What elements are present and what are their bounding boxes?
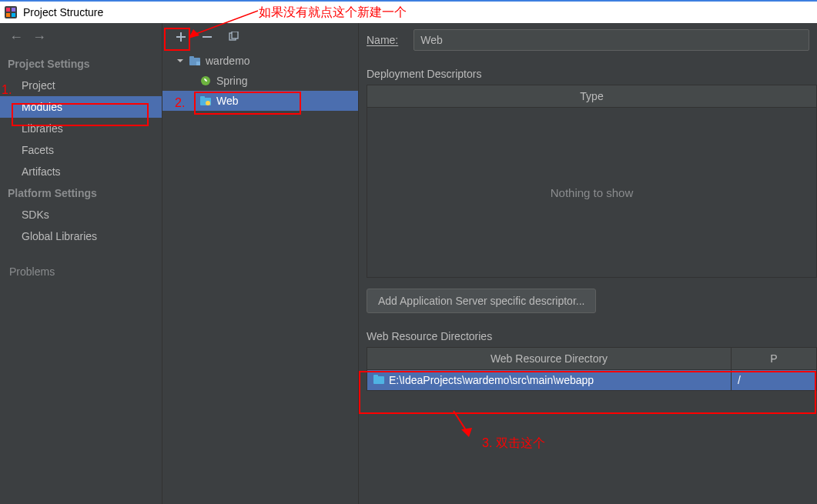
title-bar: Project Structure bbox=[0, 0, 817, 23]
remove-module-button[interactable] bbox=[196, 26, 218, 48]
deployment-descriptors-title: Deployment Descriptors bbox=[367, 68, 817, 80]
svg-rect-4 bbox=[12, 13, 15, 17]
app-icon bbox=[5, 6, 17, 18]
spring-icon bbox=[199, 75, 212, 87]
nav-global-libraries[interactable]: Global Libraries bbox=[0, 225, 162, 247]
tree-spring-label: Spring bbox=[216, 75, 247, 87]
nav-artifacts[interactable]: Artifacts bbox=[0, 161, 162, 182]
chevron-down-icon bbox=[175, 55, 186, 66]
resource-dir-header: Web Resource Directory bbox=[367, 348, 732, 369]
resource-rel-cell[interactable]: / bbox=[732, 370, 816, 390]
module-folder-icon bbox=[189, 55, 201, 67]
resource-path-cell[interactable]: E:\IdeaProjects\wardemo\src\main\webapp bbox=[367, 370, 732, 390]
name-label: Name: bbox=[367, 34, 398, 46]
svg-rect-15 bbox=[373, 375, 378, 378]
left-settings-panel: ← → Project Settings Project Modules Lib… bbox=[0, 23, 162, 504]
tree-web[interactable]: Web bbox=[162, 91, 358, 111]
resource-path-text: E:\IdeaProjects\wardemo\src\main\webapp bbox=[389, 374, 594, 386]
module-tree-panel: wardemo Spring Web bbox=[162, 23, 359, 504]
nav-sdks[interactable]: SDKs bbox=[0, 204, 162, 225]
resource-row[interactable]: E:\IdeaProjects\wardemo\src\main\webapp … bbox=[367, 370, 816, 390]
empty-table-placeholder: Nothing to show bbox=[367, 108, 816, 277]
project-settings-header: Project Settings bbox=[0, 53, 162, 75]
module-tree: wardemo Spring Web bbox=[162, 51, 358, 111]
resource-path-header: P bbox=[732, 348, 816, 369]
add-descriptor-button[interactable]: Add Application Server specific descript… bbox=[367, 289, 596, 313]
window-title: Project Structure bbox=[23, 6, 103, 18]
svg-rect-3 bbox=[6, 13, 10, 17]
name-input[interactable] bbox=[414, 29, 809, 51]
svg-rect-1 bbox=[6, 8, 10, 12]
folder-icon bbox=[373, 374, 384, 386]
add-module-button[interactable] bbox=[170, 26, 192, 48]
svg-rect-6 bbox=[232, 32, 238, 38]
nav-problems[interactable]: Problems bbox=[0, 261, 162, 282]
svg-rect-2 bbox=[12, 8, 15, 12]
tree-spring[interactable]: Spring bbox=[162, 71, 358, 91]
resource-table: Web Resource Directory P E:\IdeaProjects… bbox=[367, 347, 817, 391]
nav-back-icon[interactable]: ← bbox=[9, 29, 23, 45]
svg-rect-12 bbox=[200, 96, 205, 99]
module-toolbar bbox=[162, 23, 358, 51]
copy-module-button[interactable] bbox=[223, 26, 244, 48]
nav-facets[interactable]: Facets bbox=[0, 139, 162, 161]
tree-root[interactable]: wardemo bbox=[162, 51, 358, 71]
web-resource-title: Web Resource Directories bbox=[367, 330, 817, 342]
nav-forward-icon[interactable]: → bbox=[32, 29, 46, 45]
web-folder-icon bbox=[199, 95, 212, 107]
platform-settings-header: Platform Settings bbox=[0, 182, 162, 204]
nav-modules[interactable]: Modules bbox=[0, 96, 162, 118]
nav-libraries[interactable]: Libraries bbox=[0, 118, 162, 139]
svg-rect-9 bbox=[196, 62, 200, 65]
deployment-table: Type Nothing to show bbox=[367, 85, 817, 278]
nav-project[interactable]: Project bbox=[0, 75, 162, 96]
tree-root-label: wardemo bbox=[206, 55, 250, 67]
type-column-header: Type bbox=[367, 85, 816, 108]
svg-point-13 bbox=[206, 101, 210, 105]
svg-rect-8 bbox=[189, 56, 194, 59]
facet-detail-panel: Name: Deployment Descriptors Type Nothin… bbox=[359, 23, 817, 504]
tree-web-label: Web bbox=[216, 95, 239, 107]
